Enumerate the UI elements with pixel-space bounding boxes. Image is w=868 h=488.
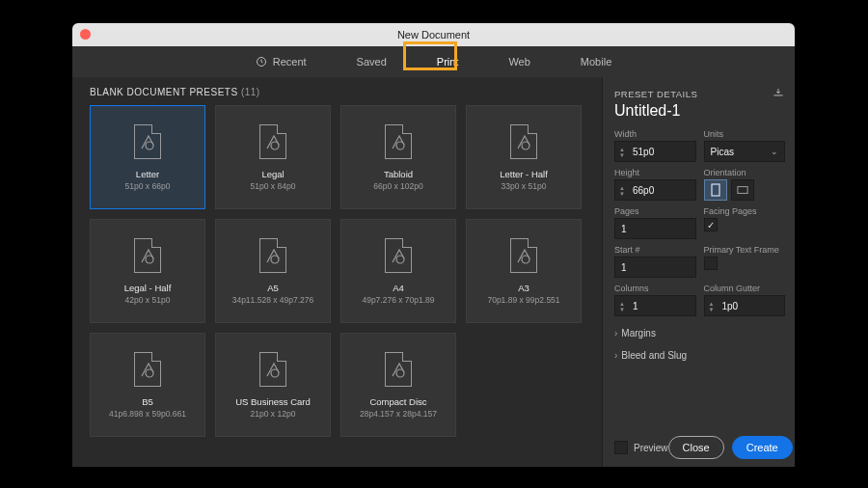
columns-stepper[interactable]: ▲▼ [617,298,627,315]
preset-card[interactable]: Tabloid66p0 x 102p0 [340,105,456,209]
units-select[interactable]: Picas ⌄ [704,141,786,162]
preset-card[interactable]: Letter51p0 x 66p0 [90,105,205,209]
preset-name: A4 [393,283,404,293]
presets-count: (11) [241,87,260,97]
gutter-label: Column Gutter [704,284,786,293]
gutter-input[interactable]: ▲▼ 1p0 [704,295,786,316]
tab-print[interactable]: Print [435,52,461,71]
width-stepper[interactable]: ▲▼ [617,144,627,161]
width-value: 51p0 [633,147,654,157]
close-button[interactable]: Close [668,436,724,459]
presets-panel: BLANK DOCUMENT PRESETS (11) Letter51p0 x… [72,77,602,467]
page-icon [259,124,286,159]
preset-dims: 49p7.276 x 70p1.89 [362,295,434,305]
preset-card[interactable]: Legal - Half42p0 x 51p0 [90,219,205,323]
svg-point-1 [146,142,153,149]
height-stepper[interactable]: ▲▼ [617,182,627,200]
save-preset-icon[interactable] [772,87,785,100]
facing-pages-checkbox[interactable]: ✓ [704,218,718,231]
height-value: 66p0 [633,185,654,196]
preset-name: A5 [267,283,279,293]
preset-dims: 66p0 x 102p0 [373,181,423,191]
pages-input[interactable]: 1 [614,218,696,239]
svg-rect-12 [712,184,719,196]
preset-dims: 51p0 x 84p0 [251,181,296,191]
preset-name: Letter [136,169,159,179]
preset-name: A3 [518,283,529,293]
preset-name: Tabloid [384,169,413,179]
height-input[interactable]: ▲▼ 66p0 [614,179,696,201]
page-icon [134,238,161,273]
svg-point-2 [271,142,279,149]
columns-label: Columns [614,284,696,293]
margins-expander[interactable]: Margins [614,322,785,344]
preset-card[interactable]: Legal51p0 x 84p0 [215,105,331,209]
preset-name: Letter - Half [500,169,548,179]
svg-point-8 [522,256,529,263]
start-label: Start # [614,245,696,255]
tab-saved[interactable]: Saved [355,52,389,71]
primary-text-frame-label: Primary Text Frame [704,245,786,255]
preset-card[interactable]: A449p7.276 x 70p1.89 [340,219,456,323]
preset-dims: 51p0 x 66p0 [125,181,171,191]
tab-web[interactable]: Web [506,52,531,71]
page-icon [385,238,412,273]
chevron-down-icon: ⌄ [771,147,778,156]
orientation-portrait[interactable] [704,179,727,201]
svg-rect-13 [737,187,746,194]
details-footer: Preview Close Create [614,430,785,459]
start-input[interactable]: 1 [614,257,696,278]
page-icon [134,124,161,159]
preview-toggle[interactable]: Preview [614,441,668,454]
gutter-stepper[interactable]: ▲▼ [707,298,717,315]
preset-dims: 21p0 x 12p0 [251,409,296,419]
facing-pages-label: Facing Pages [704,206,786,216]
start-value: 1 [621,262,627,273]
preset-name: B5 [142,396,153,407]
width-input[interactable]: ▲▼ 51p0 [614,141,696,162]
columns-input[interactable]: ▲▼ 1 [614,295,696,316]
svg-point-10 [271,369,279,377]
page-icon [385,352,412,387]
svg-point-3 [396,142,404,149]
orientation-toggle [704,179,786,201]
presets-header: BLANK DOCUMENT PRESETS (11) [90,87,590,97]
gutter-value: 1p0 [722,301,739,312]
preview-checkbox[interactable] [614,441,628,454]
page-icon [510,124,537,159]
close-window-button[interactable] [80,29,91,40]
details-header: PRESET DETAILS [614,89,697,99]
bleed-expander[interactable]: Bleed and Slug [614,344,785,366]
preset-dims: 33p0 x 51p0 [502,181,547,191]
preset-card[interactable]: Letter - Half33p0 x 51p0 [466,105,582,209]
presets-title: BLANK DOCUMENT PRESETS [90,87,238,97]
preset-card[interactable]: A534p11.528 x 49p7.276 [215,219,331,323]
page-icon [134,352,161,387]
preset-card[interactable]: US Business Card21p0 x 12p0 [215,333,331,437]
preset-card[interactable]: B541p6.898 x 59p0.661 [90,333,205,437]
orientation-landscape[interactable] [731,179,754,201]
clock-icon [256,56,267,68]
preset-grid: Letter51p0 x 66p0Legal51p0 x 84p0Tabloid… [90,105,590,437]
dialog-body: BLANK DOCUMENT PRESETS (11) Letter51p0 x… [72,77,795,467]
create-button[interactable]: Create [732,436,793,459]
titlebar: New Document [72,23,795,46]
svg-point-6 [271,256,279,263]
document-name[interactable]: Untitled-1 [614,102,785,120]
preset-name: Legal [261,169,284,179]
tab-mobile[interactable]: Mobile [579,52,613,71]
units-value: Picas [711,147,734,157]
tab-mobile-label: Mobile [581,56,611,68]
preset-card[interactable]: Compact Disc28p4.157 x 28p4.157 [340,333,456,437]
tab-recent[interactable]: Recent [254,52,309,71]
page-icon [385,124,412,159]
preview-label: Preview [634,443,668,453]
primary-text-frame-checkbox[interactable] [704,257,718,270]
page-icon [259,352,286,387]
preset-card[interactable]: A370p1.89 x 99p2.551 [466,219,582,323]
svg-point-7 [396,256,404,263]
units-label: Units [704,129,786,139]
pages-label: Pages [614,206,696,216]
svg-point-11 [396,369,404,377]
columns-value: 1 [633,301,638,312]
